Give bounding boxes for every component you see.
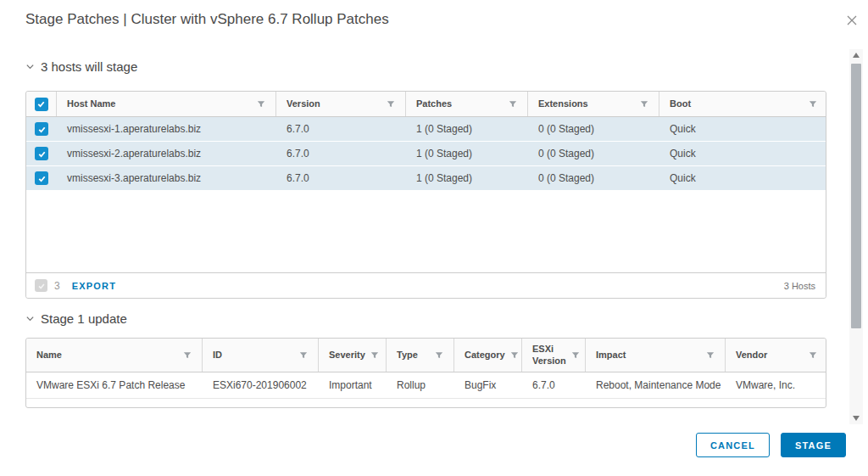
extensions-cell: 0 (0 Staged) [528,148,659,160]
filter-icon[interactable] [809,351,817,360]
extensions-cell: 0 (0 Staged) [528,172,659,184]
column-header-category[interactable]: Category [454,339,522,372]
column-header-name[interactable]: Name [26,339,203,372]
filter-icon[interactable] [571,351,580,360]
impact-cell: Reboot, Maintenance Mode [586,379,726,391]
patches-cell: 1 (0 Staged) [406,123,528,135]
column-header-host-name[interactable]: Host Name [57,92,276,116]
chevron-down-icon [25,311,35,326]
selected-count: 3 [54,280,60,292]
update-name-cell: VMware ESXi 6.7 Patch Release [26,379,203,391]
table-row[interactable]: vmissesxi-2.aperaturelabs.biz 6.7.0 1 (0… [26,142,826,166]
updates-table: Name ID Severity Type Category ESXi Vers… [25,338,826,408]
select-all-cell [26,92,57,116]
dialog-scrollbar[interactable] [849,49,863,424]
column-header-boot[interactable]: Boot [659,92,827,116]
filter-icon[interactable] [370,351,379,360]
filter-icon[interactable] [435,351,443,360]
column-header-id[interactable]: ID [203,339,319,372]
type-cell: Rollup [387,379,454,391]
column-header-vendor[interactable]: Vendor [726,339,827,372]
vendor-cell: VMware, Inc. [726,379,827,391]
total-hosts-label: 3 Hosts [784,281,815,291]
category-cell: BugFix [454,379,522,391]
patches-cell: 1 (0 Staged) [406,172,528,184]
filter-icon[interactable] [809,100,817,109]
column-header-extensions[interactable]: Extensions [528,92,659,116]
filter-icon[interactable] [510,351,519,360]
version-cell: 6.7.0 [276,123,406,135]
hosts-section-title: 3 hosts will stage [41,59,137,74]
filter-icon[interactable] [299,351,308,360]
chevron-down-icon [25,59,35,74]
scroll-up-icon[interactable] [849,49,863,61]
scroll-down-icon[interactable] [849,412,863,424]
hosts-section-header[interactable]: 3 hosts will stage [25,59,137,74]
row-checkbox[interactable] [35,171,48,185]
severity-cell: Important [319,379,387,391]
filter-icon[interactable] [706,351,715,360]
filter-icon[interactable] [509,100,517,109]
boot-cell: Quick [659,172,827,184]
update-section-header[interactable]: Stage 1 update [25,311,127,326]
host-name-cell: vmissesxi-1.aperaturelabs.biz [57,123,276,135]
updates-table-header: Name ID Severity Type Category ESXi Vers… [26,339,826,372]
select-all-checkbox[interactable] [35,98,48,111]
footer-selected-checkbox [35,279,47,292]
patches-cell: 1 (0 Staged) [406,148,528,160]
column-header-version[interactable]: Version [276,92,406,116]
table-row[interactable]: VMware ESXi 6.7 Patch Release ESXi670-20… [26,372,826,399]
extensions-cell: 0 (0 Staged) [528,123,659,135]
hosts-table: Host Name Version Patches Extensions Boo… [25,91,826,299]
row-checkbox[interactable] [35,147,48,160]
update-section-title: Stage 1 update [41,311,127,326]
hosts-table-header: Host Name Version Patches Extensions Boo… [26,92,826,117]
version-cell: 6.7.0 [276,148,406,160]
column-header-patches[interactable]: Patches [406,92,528,116]
column-header-impact[interactable]: Impact [586,339,726,372]
row-checkbox[interactable] [35,122,48,136]
close-icon[interactable] [843,12,861,31]
filter-icon[interactable] [640,100,648,109]
cancel-button[interactable]: CANCEL [696,433,770,457]
esxi-version-cell: 6.7.0 [522,379,586,391]
dialog-actions: CANCEL STAGE [696,433,846,457]
boot-cell: Quick [659,148,827,160]
scrollbar-thumb[interactable] [851,64,861,328]
column-header-severity[interactable]: Severity [319,339,387,372]
host-name-cell: vmissesxi-3.aperaturelabs.biz [57,172,276,184]
boot-cell: Quick [659,123,827,135]
filter-icon[interactable] [257,100,265,109]
filter-icon[interactable] [183,351,192,360]
column-header-esxi-version[interactable]: ESXi Version [522,339,586,372]
host-name-cell: vmissesxi-2.aperaturelabs.biz [57,148,276,160]
export-button[interactable]: EXPORT [72,281,116,291]
version-cell: 6.7.0 [276,172,406,184]
stage-patches-dialog: Stage Patches | Cluster with vSphere 6.7… [0,0,868,476]
update-id-cell: ESXi670-201906002 [203,379,319,391]
stage-button[interactable]: STAGE [781,433,846,457]
column-header-type[interactable]: Type [387,339,454,372]
table-row[interactable]: vmissesxi-3.aperaturelabs.biz 6.7.0 1 (0… [26,166,826,191]
filter-icon[interactable] [387,100,395,109]
dialog-title: Stage Patches | Cluster with vSphere 6.7… [25,11,389,28]
table-row[interactable]: vmissesxi-1.aperaturelabs.biz 6.7.0 1 (0… [26,117,826,142]
hosts-table-footer: 3 EXPORT 3 Hosts [26,272,826,298]
